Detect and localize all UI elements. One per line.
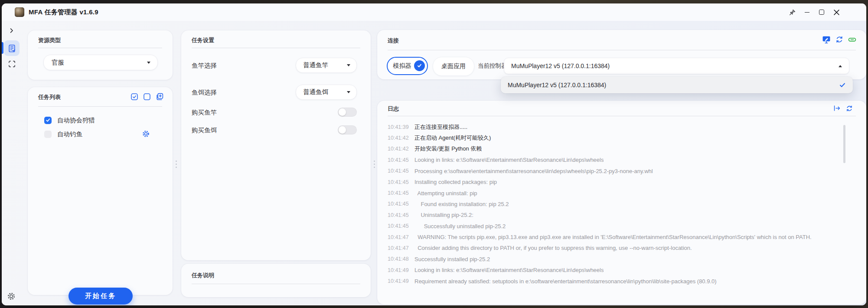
- bait-select-value: 普通鱼饵: [296, 88, 347, 96]
- controller-label: 当前控制器: [478, 57, 507, 75]
- start-task-button[interactable]: 开始任务: [69, 288, 133, 305]
- log-message: Found existing installation: pip 25.2: [414, 201, 509, 207]
- task-checkbox[interactable]: [44, 131, 52, 138]
- deselect-all-button[interactable]: [143, 92, 151, 101]
- log-message: Attempting uninstall: pip: [414, 190, 477, 197]
- sidebar-expand-button[interactable]: [7, 26, 16, 35]
- divider: [38, 106, 162, 107]
- log-time: 10:41:47: [388, 234, 408, 240]
- log-row: 10:41:47 WARNING: The scripts pip.exe, p…: [388, 232, 843, 242]
- log-time: 10:41:49: [388, 267, 408, 273]
- toggle-knob: [339, 108, 346, 116]
- pin-icon: [789, 9, 796, 16]
- log-time: 10:41:48: [388, 256, 408, 262]
- task-description-title: 任务说明: [192, 272, 214, 279]
- task-list-title: 任务列表: [38, 93, 61, 101]
- divider: [388, 50, 856, 50]
- log-list: 10:41:39 正在连接至模拟器..... 10:41:42 正在启动 Age…: [388, 121, 843, 301]
- task-settings-card: 任务设置 鱼竿选择 普通鱼竿 鱼饵选择 普通鱼饵 购买鱼竿 购买鱼饵: [181, 30, 371, 260]
- pin-button[interactable]: [785, 3, 799, 21]
- log-row: 10:41:42 正在启动 Agent(耗时可能较久): [388, 132, 843, 143]
- refresh-log-button[interactable]: [845, 105, 853, 112]
- connection-link-icon[interactable]: [848, 35, 857, 44]
- task-checkbox[interactable]: [44, 117, 52, 124]
- gear-icon: [7, 292, 16, 301]
- task-settings-button[interactable]: [142, 130, 150, 138]
- rod-select-value: 普通鱼竿: [296, 61, 347, 69]
- sidebar-item-tasks[interactable]: [4, 40, 20, 56]
- log-time: 10:41:45: [388, 190, 408, 196]
- controller-value: MuMuPlayer12 v5 (127.0.0.1:16384): [504, 62, 839, 69]
- main-area: 资源类型 官服 任务列表: [2, 21, 866, 305]
- task-list-icon: [7, 44, 16, 53]
- sidebar-item-screenshot[interactable]: [7, 59, 16, 69]
- tab-desktop-app[interactable]: 桌面应用: [433, 57, 474, 76]
- app-icon: [15, 7, 24, 17]
- log-message: Processing e:\software\entertainment\sta…: [414, 168, 653, 174]
- controller-select[interactable]: MuMuPlayer12 v5 (127.0.0.1:16384): [504, 58, 849, 74]
- panel-resize-handle[interactable]: [175, 161, 177, 168]
- resource-type-select[interactable]: 官服: [43, 55, 158, 70]
- log-message: 正在启动 Agent(耗时可能较久): [414, 134, 491, 142]
- settings-button[interactable]: [7, 292, 16, 301]
- add-task-button[interactable]: [155, 92, 164, 101]
- edit-controller-button[interactable]: [822, 35, 831, 44]
- bait-select[interactable]: 普通鱼饵: [296, 85, 357, 100]
- chevron-down-icon: [347, 91, 350, 93]
- log-row: 10:41:39 正在连接至模拟器.....: [388, 121, 843, 132]
- log-row: 10:41:49 Requirement already satisfied: …: [388, 275, 843, 286]
- close-icon: [834, 10, 839, 15]
- log-row: 10:41:47 Consider adding this directory …: [388, 242, 843, 253]
- divider: [192, 284, 360, 284]
- tab-desktop-label: 桌面应用: [441, 62, 466, 70]
- refresh-controllers-button[interactable]: [835, 35, 844, 44]
- log-time: 10:41:45: [388, 157, 408, 163]
- panel-resize-handle[interactable]: [373, 161, 375, 168]
- log-title: 日志: [388, 105, 399, 113]
- resource-type-card: 资源类型 官服: [28, 30, 173, 80]
- window-title: MFA 任务管理器 v1.6.9: [29, 3, 98, 21]
- close-button[interactable]: [829, 3, 844, 21]
- log-message: Looking in links: e:\Software\Entertainm…: [414, 157, 604, 163]
- buy-bait-toggle[interactable]: [338, 125, 357, 134]
- log-message: Successfully installed pip-25.2: [414, 256, 490, 262]
- log-message: Requirement already satisfied: setuptool…: [414, 278, 717, 285]
- controller-dropdown-item[interactable]: MuMuPlayer12 v5 (127.0.0.1:16384): [501, 77, 853, 93]
- log-time: 10:41:45: [388, 223, 408, 229]
- export-log-button[interactable]: [833, 104, 841, 112]
- log-message: WARNING: The scripts pip.exe, pip3.13.ex…: [414, 234, 812, 240]
- maximize-icon: [819, 10, 824, 15]
- check-icon: [839, 82, 846, 88]
- select-all-button[interactable]: [130, 92, 139, 101]
- log-row: 10:41:45 Successfully uninstalled pip-25…: [388, 221, 843, 232]
- active-nav-indicator: [2, 42, 3, 54]
- minimize-button[interactable]: [799, 3, 814, 21]
- chevron-down-icon: [147, 62, 150, 64]
- log-time: 10:41:42: [388, 135, 408, 141]
- log-time: 10:41:39: [388, 124, 408, 130]
- maximize-button[interactable]: [814, 3, 829, 21]
- connection-actions: [822, 35, 857, 44]
- log-card: 日志 10:41:39 正在连接至模拟器..... 10:41:42 正在启动 …: [377, 101, 866, 305]
- log-row: 10:41:49 Looking in links: e:\Software\E…: [388, 265, 843, 275]
- rod-select[interactable]: 普通鱼竿: [296, 58, 357, 73]
- bait-select-label: 鱼饵选择: [192, 88, 217, 97]
- log-time: 10:41:42: [388, 146, 408, 152]
- resource-type-title: 资源类型: [38, 36, 61, 44]
- buy-bait-label: 购买鱼饵: [192, 126, 217, 134]
- task-label: 自动钓鱼: [57, 130, 82, 138]
- task-list-card: 任务列表 自动协会狩猎 自动钓鱼: [28, 87, 173, 295]
- log-row: 10:41:45 Installing collected packages: …: [388, 177, 843, 187]
- sidebar-rail: [2, 21, 24, 305]
- tab-emulator[interactable]: 模拟器: [387, 57, 428, 75]
- buy-rod-toggle[interactable]: [338, 108, 357, 117]
- task-label: 自动协会狩猎: [57, 116, 95, 125]
- log-message: 开始安装/更新 Python 依赖: [414, 145, 482, 153]
- divider: [388, 116, 856, 116]
- log-scrollbar[interactable]: [843, 125, 845, 163]
- toggle-knob: [339, 126, 346, 134]
- log-time: 10:41:47: [388, 245, 408, 251]
- log-message: Installing collected packages: pip: [414, 179, 497, 185]
- divider: [38, 48, 162, 48]
- task-list-actions: [130, 92, 164, 101]
